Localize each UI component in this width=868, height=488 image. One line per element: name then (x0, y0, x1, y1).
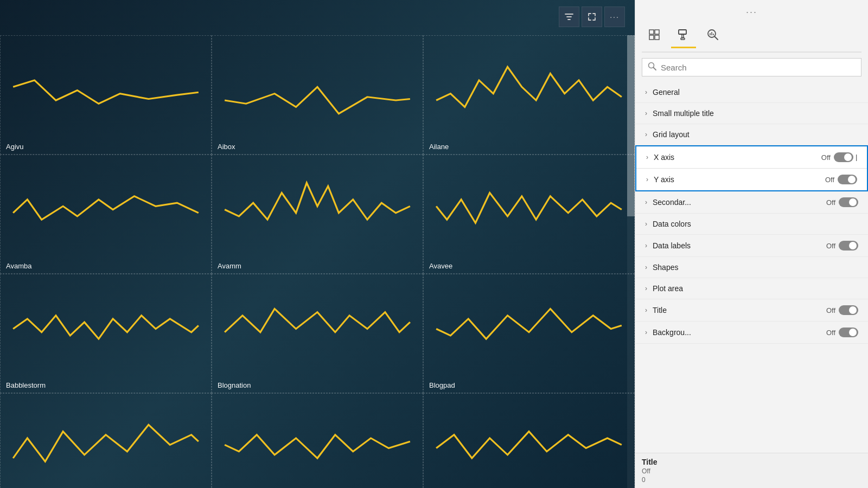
chart-cell-babblestorm: Babblestorm (0, 274, 212, 393)
chart-label-avamm: Avamm (218, 262, 241, 270)
chart-cell-agivu: Agivu (0, 35, 212, 155)
chart-cell-ailane: Ailane (423, 35, 635, 155)
panel-icon-row (642, 22, 861, 53)
search-box[interactable] (642, 58, 861, 76)
chart-label-aibox: Aibox (218, 143, 235, 151)
svg-rect-3 (655, 35, 659, 40)
format-label-plot-area: Plot area (653, 284, 858, 293)
background-toggle-container: Off (826, 328, 858, 337)
format-label-secondary: Secondar... (653, 198, 826, 207)
format-item-background[interactable]: › Backgrou... Off (635, 322, 868, 344)
chart-area: ··· Agivu Aibox Ailane (0, 0, 635, 488)
svg-rect-6 (681, 38, 685, 40)
svg-rect-5 (682, 34, 684, 38)
format-item-general[interactable]: › General (635, 82, 868, 103)
format-list: › General › Small multiple title › Grid … (635, 82, 868, 453)
chart-label-ailane: Ailane (429, 143, 449, 151)
x-axis-toggle-container: Off (821, 152, 853, 162)
title-toggle[interactable] (839, 305, 858, 315)
chart-cell-row4-col2 (212, 393, 423, 488)
chevron-grid-layout: › (645, 131, 647, 138)
data-labels-toggle-knob (849, 242, 857, 249)
format-item-shapes[interactable]: › Shapes (635, 257, 868, 278)
x-axis-toggle-knob (844, 153, 852, 161)
format-item-grid-layout[interactable]: › Grid layout (635, 124, 868, 145)
analytics-icon-button[interactable] (700, 22, 725, 47)
data-labels-toggle-label: Off (826, 242, 835, 250)
chevron-small-multiple-title: › (645, 110, 647, 117)
svg-rect-4 (679, 30, 686, 34)
format-label-background: Backgrou... (653, 328, 826, 337)
chart-cell-blogpad: Blogpad (423, 274, 635, 393)
format-item-y-axis[interactable]: › Y axis Off (636, 169, 867, 190)
chart-cell-avamm: Avamm (212, 155, 423, 274)
y-axis-toggle-container: Off (825, 175, 857, 184)
svg-line-13 (654, 68, 656, 70)
chart-cell-aibox: Aibox (212, 35, 423, 155)
cursor-indicator: | (856, 153, 857, 161)
chart-label-blognation: Blognation (218, 381, 251, 389)
data-labels-toggle[interactable] (839, 241, 858, 251)
format-item-data-labels[interactable]: › Data labels Off (635, 235, 868, 257)
chart-label-avavee: Avavee (429, 262, 452, 270)
chevron-secondary: › (645, 198, 647, 206)
data-labels-toggle-container: Off (826, 241, 858, 251)
secondary-toggle[interactable] (839, 197, 858, 207)
chevron-shapes: › (645, 264, 647, 271)
panel-header: ··· (635, 0, 868, 53)
search-input[interactable] (661, 63, 856, 72)
filter-button[interactable] (559, 7, 579, 27)
background-toggle[interactable] (839, 328, 858, 337)
secondary-toggle-label: Off (826, 198, 835, 207)
format-item-title[interactable]: › Title Off (635, 299, 868, 322)
x-axis-toggle[interactable] (834, 152, 853, 162)
more-button[interactable]: ··· (604, 7, 625, 27)
chart-toolbar: ··· (559, 7, 625, 27)
y-axis-toggle[interactable] (838, 175, 857, 184)
chevron-background: › (645, 329, 647, 336)
format-label-data-labels: Data labels (653, 241, 826, 250)
y-axis-toggle-label: Off (825, 176, 834, 184)
tooltip-title: Title (642, 458, 658, 466)
format-item-small-multiple-title[interactable]: › Small multiple title (635, 103, 868, 124)
chevron-title: › (645, 306, 647, 314)
background-toggle-knob (849, 329, 857, 336)
chart-label-babblestorm: Babblestorm (6, 381, 46, 389)
chevron-plot-area: › (645, 285, 647, 292)
chevron-general: › (645, 88, 647, 96)
background-toggle-label: Off (826, 329, 835, 337)
secondary-toggle-knob (849, 198, 857, 206)
x-axis-toggle-label: Off (821, 153, 831, 162)
title-toggle-container: Off (826, 305, 858, 315)
chart-cell-row4-col1 (0, 393, 212, 488)
format-icon-button[interactable] (671, 22, 696, 47)
scrollbar-thumb[interactable] (627, 35, 635, 216)
format-item-plot-area[interactable]: › Plot area (635, 278, 868, 299)
chevron-y-axis: › (646, 176, 648, 183)
svg-rect-2 (649, 35, 654, 40)
format-item-x-axis[interactable]: › X axis Off | (636, 146, 867, 169)
title-toggle-label: Off (826, 306, 835, 314)
tooltip-content: Title Off 0 (642, 458, 658, 484)
chart-cell-row4-col3 (423, 393, 635, 488)
svg-rect-1 (655, 30, 659, 34)
chart-cell-avavee: Avavee (423, 155, 635, 274)
format-label-small-multiple-title: Small multiple title (653, 109, 858, 118)
format-label-data-colors: Data colors (653, 220, 858, 228)
scrollbar[interactable] (627, 35, 635, 488)
fields-icon-button[interactable] (642, 22, 667, 47)
format-item-secondary[interactable]: › Secondar... Off (635, 191, 868, 214)
highlighted-axes-group: › X axis Off | › Y axis Off (635, 145, 868, 191)
svg-line-8 (715, 37, 718, 40)
bottom-tooltip: Title Off 0 (635, 453, 868, 488)
title-toggle-knob (849, 306, 857, 314)
y-axis-toggle-knob (848, 176, 856, 183)
format-item-data-colors[interactable]: › Data colors (635, 214, 868, 235)
chart-label-blogpad: Blogpad (429, 381, 455, 389)
expand-button[interactable] (582, 7, 602, 27)
chevron-x-axis: › (646, 153, 648, 161)
search-icon (648, 62, 656, 73)
chevron-data-colors: › (645, 220, 647, 228)
secondary-toggle-container: Off (826, 197, 858, 207)
chevron-data-labels: › (645, 242, 647, 249)
